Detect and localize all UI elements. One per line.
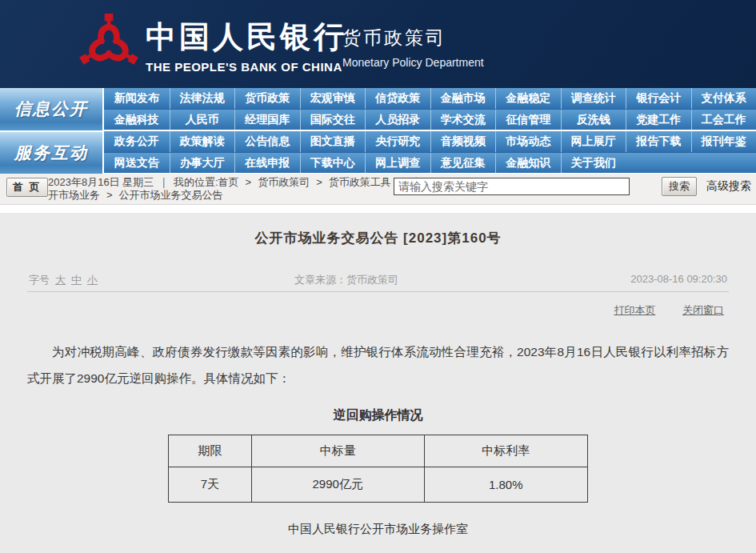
nav-row-4: 网送文告 办事大厅 在线申报 下载中心 网上调查 意见征集 金融知识 关于我们 [104,152,756,173]
article-meta-row: 字号大中小 文章来源：货币政策司 2023-08-16 09:20:30 [27,273,729,292]
font-size-controls: 字号大中小 [29,273,98,287]
search-area: 搜索 高级搜索 [394,177,751,196]
department-block: 货币政策司 Monetary Policy Department [342,26,484,69]
spacer [0,205,756,213]
nav-item[interactable]: 银行会计 [626,88,691,109]
font-size-medium-link[interactable]: 中 [71,274,82,286]
breadcrumb: 2023年8月16日 星期三｜我的位置:首页>货币政策司>货币政策工具>公开市场… [48,176,424,202]
table-title: 逆回购操作情况 [27,407,729,424]
breadcrumb-separator: > [106,189,113,201]
nav-item[interactable]: 货币政策 [234,88,300,109]
nav-item[interactable]: 工会工作 [691,110,756,130]
nav-item[interactable]: 网上展厅 [561,131,626,152]
nav-row-3: 政务公开 政策解读 公告信息 图文直播 央行研究 音频视频 市场动态 网上展厅 … [104,131,756,152]
nav-item[interactable]: 公告信息 [234,131,300,152]
home-button[interactable]: 首 页 [6,178,48,197]
nav-item[interactable]: 反洗钱 [561,110,626,130]
breadcrumb-separator: > [316,176,322,188]
nav-item[interactable]: 宏观审慎 [300,88,366,109]
bank-name-en: THE PEOPLE'S BANK OF CHINA [146,60,347,74]
nav-item[interactable]: 政策解读 [170,131,235,152]
nav-item[interactable]: 调查统计 [561,88,626,109]
breadcrumb-bar: 首 页 2023年8月16日 星期三｜我的位置:首页>货币政策司>货币政策工具>… [0,174,756,205]
nav-item[interactable]: 人民币 [170,110,235,130]
nav-item[interactable]: 政务公开 [104,131,170,152]
nav-item[interactable]: 市场动态 [495,131,561,152]
table-header-volume: 中标量 [251,435,424,467]
nav-item[interactable]: 党建工作 [626,110,691,130]
nav-item[interactable]: 下载中心 [300,153,366,173]
font-size-label: 字号 [29,274,50,286]
nav-item[interactable]: 办事大厅 [170,153,235,173]
nav-item[interactable]: 音频视频 [430,131,496,152]
nav-item[interactable]: 金融稳定 [495,88,561,109]
nav-item[interactable]: 国际交往 [300,110,366,130]
operation-table: 期限 中标量 中标利率 7天 2990亿元 1.80% [168,435,588,503]
department-name-en: Monetary Policy Department [342,56,484,69]
bank-name-cn: 中国人民银行 [146,17,347,58]
nav-item[interactable]: 图文直播 [300,131,366,152]
breadcrumb-location-label: 我的位置: [174,176,218,188]
nav-item[interactable]: 征信管理 [495,110,561,130]
nav-item[interactable]: 人员招录 [365,110,430,130]
table-cell-volume: 2990亿元 [251,467,424,503]
nav-item[interactable]: 央行研究 [365,131,430,152]
nav-item[interactable]: 新闻发布 [104,88,170,109]
nav-item[interactable]: 金融科技 [104,110,170,130]
nav-item[interactable]: 网上调查 [365,153,430,173]
nav-item[interactable]: 法律法规 [170,88,235,109]
article-content: 公开市场业务交易公告 [2023]第160号 字号大中小 文章来源：货币政策司 … [0,213,756,553]
table-header-term: 期限 [169,435,252,467]
advanced-search-link[interactable]: 高级搜索 [706,179,751,194]
font-size-small-link[interactable]: 小 [87,274,98,286]
article-paragraph: 为对冲税期高峰、政府债券发行缴款等因素的影响，维护银行体系流动性合理充裕，202… [27,339,729,391]
font-size-large-link[interactable]: 大 [55,274,66,286]
table-row: 7天 2990亿元 1.80% [169,467,588,503]
nav-item[interactable]: 金融知识 [495,153,561,173]
breadcrumb-divider: ｜ [158,176,169,188]
article-source: 文章来源：货币政策司 [294,273,398,287]
breadcrumb-date: 2023年8月16日 星期三 [48,176,154,188]
signature: 中国人民银行公开市场业务操作室 [27,522,729,537]
search-input[interactable] [394,178,630,195]
article-source-value: 货币政策司 [346,274,398,286]
nav-item[interactable]: 信贷政策 [365,88,430,109]
nav-item[interactable]: 报刊年鉴 [691,131,756,152]
site-header: 中国人民银行 THE PEOPLE'S BANK OF CHINA 货币政策司 … [0,0,756,88]
article-source-label: 文章来源： [294,274,346,286]
breadcrumb-link-home[interactable]: 首页 [218,176,239,188]
nav-item[interactable]: 网送文告 [104,153,170,173]
breadcrumb-link-dept[interactable]: 货币政策司 [258,176,310,188]
nav-grid: 新闻发布 法律法规 货币政策 宏观审慎 信贷政策 金融市场 金融稳定 调查统计 … [104,88,756,174]
print-page-link[interactable]: 打印本页 [614,304,655,316]
nav-item[interactable]: 学术交流 [430,110,496,130]
close-window-link[interactable]: 关闭窗口 [682,304,724,316]
nav-item[interactable]: 金融市场 [430,88,496,109]
article-datetime: 2023-08-16 09:20:30 [630,273,727,285]
nav-row-1: 新闻发布 法律法规 货币政策 宏观审慎 信贷政策 金融市场 金融稳定 调查统计 … [104,88,756,109]
page-action-links: 打印本页 关闭窗口 [27,292,729,318]
nav-item[interactable]: 报告下载 [626,131,691,152]
breadcrumb-link-announcements[interactable]: 公开市场业务交易公告 [119,189,223,201]
article-title: 公开市场业务交易公告 [2023]第160号 [27,229,729,247]
nav-tabs: 信息公开 服务互动 [0,88,104,174]
table-header-row: 期限 中标量 中标利率 [169,435,588,467]
search-button[interactable]: 搜索 [662,177,697,196]
nav-row-2: 金融科技 人民币 经理国库 国际交往 人员招录 学术交流 征信管理 反洗钱 党建… [104,109,756,130]
breadcrumb-link-tools[interactable]: 货币政策工具 [329,176,391,188]
main-nav: 信息公开 服务互动 新闻发布 法律法规 货币政策 宏观审慎 信贷政策 金融市场 … [0,88,756,174]
nav-item[interactable]: 意见征集 [430,153,496,173]
nav-item[interactable]: 支付体系 [691,88,756,109]
tab-information-disclosure[interactable]: 信息公开 [0,88,102,130]
table-cell-rate: 1.80% [424,467,587,503]
table-header-rate: 中标利率 [424,435,587,467]
nav-item[interactable]: 在线申报 [234,153,300,173]
nav-item[interactable]: 经理国库 [234,110,300,130]
tab-service-interaction[interactable]: 服务互动 [0,132,102,174]
nav-item[interactable]: 关于我们 [561,153,626,173]
pboc-logo-icon [78,11,140,77]
brand-block: 中国人民银行 THE PEOPLE'S BANK OF CHINA [146,17,347,74]
table-cell-term: 7天 [169,467,252,503]
pboc-page: 中国人民银行 THE PEOPLE'S BANK OF CHINA 货币政策司 … [0,0,756,553]
breadcrumb-separator: > [246,176,252,188]
